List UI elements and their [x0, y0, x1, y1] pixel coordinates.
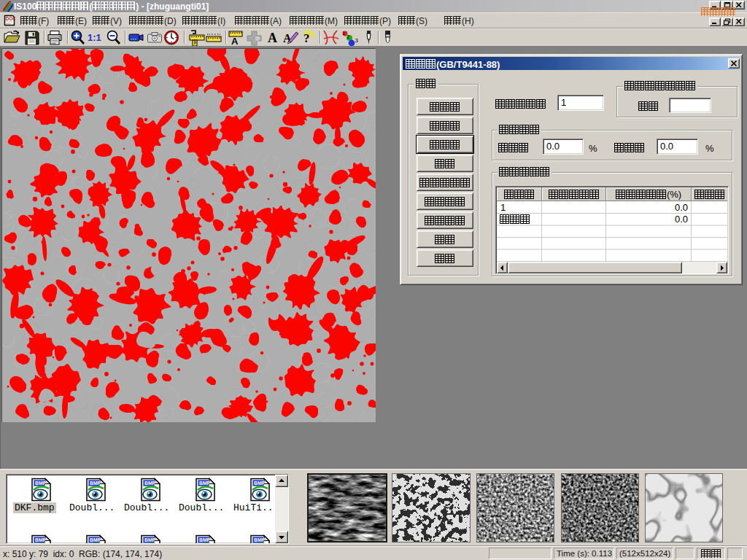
svg-text:1:1: 1:1: [88, 32, 101, 43]
svg-text:3: 3: [355, 37, 359, 44]
svg-text:0.0: 0.0: [675, 202, 688, 213]
svg-text:1: 1: [342, 31, 345, 36]
svg-text:?: ?: [303, 31, 310, 45]
svg-text:A: A: [231, 36, 239, 46]
svg-text:0.0: 0.0: [675, 214, 688, 225]
svg-text:1: 1: [500, 202, 506, 213]
svg-text:A: A: [268, 31, 277, 45]
svg-text:2: 2: [347, 34, 350, 39]
